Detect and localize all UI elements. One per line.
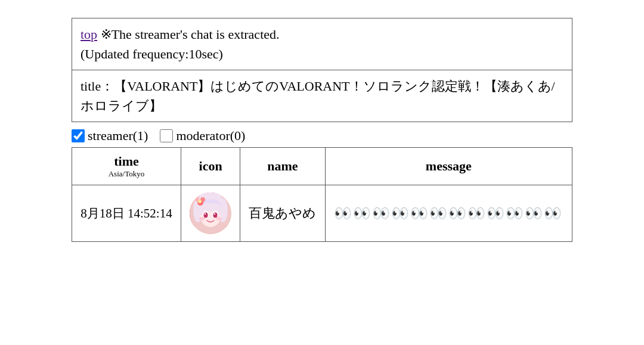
moderator-label: moderator(0) — [176, 128, 245, 144]
title-text: title：【VALORANT】はじめてのVALORANT！ソロランク認定戦！【… — [80, 79, 555, 113]
svg-point-10 — [204, 213, 208, 218]
col-message: message — [325, 148, 572, 185]
top-link[interactable]: top — [80, 27, 97, 42]
svg-point-12 — [205, 213, 206, 215]
svg-point-19 — [198, 200, 202, 203]
svg-point-14 — [199, 217, 205, 220]
cell-icon — [181, 185, 240, 242]
cell-name: 百鬼あやめ — [240, 185, 325, 242]
svg-point-15 — [216, 217, 222, 220]
cell-time: 8月18日 14:52:14 — [72, 185, 181, 242]
moderator-checkbox[interactable] — [160, 129, 173, 142]
col-icon: icon — [181, 148, 240, 185]
chat-table: time Asia/Tokyo icon name message 8月18日 … — [72, 147, 572, 242]
streamer-label: streamer(1) — [88, 128, 148, 144]
svg-point-13 — [214, 213, 215, 215]
col-name: name — [240, 148, 325, 185]
info-box: top ※The streamer's chat is extracted. (… — [72, 18, 572, 70]
cell-message: 👀👀👀👀👀👀👀👀👀👀👀👀 — [325, 185, 572, 242]
col-time: time Asia/Tokyo — [72, 148, 181, 185]
streamer-filter: streamer(1) — [72, 128, 148, 144]
update-freq-text: (Updated frequency:10sec) — [80, 46, 223, 61]
title-box: title：【VALORANT】はじめてのVALORANT！ソロランク認定戦！【… — [72, 70, 572, 122]
moderator-filter: moderator(0) — [160, 128, 245, 144]
streamer-checkbox[interactable] — [72, 129, 85, 142]
svg-point-11 — [213, 213, 218, 218]
notice-text: ※The streamer's chat is extracted. — [101, 27, 280, 42]
table-row: 8月18日 14:52:14 — [72, 185, 572, 242]
filter-row: streamer(1) moderator(0) — [72, 122, 572, 147]
main-container: top ※The streamer's chat is extracted. (… — [72, 18, 572, 242]
avatar — [190, 192, 231, 234]
